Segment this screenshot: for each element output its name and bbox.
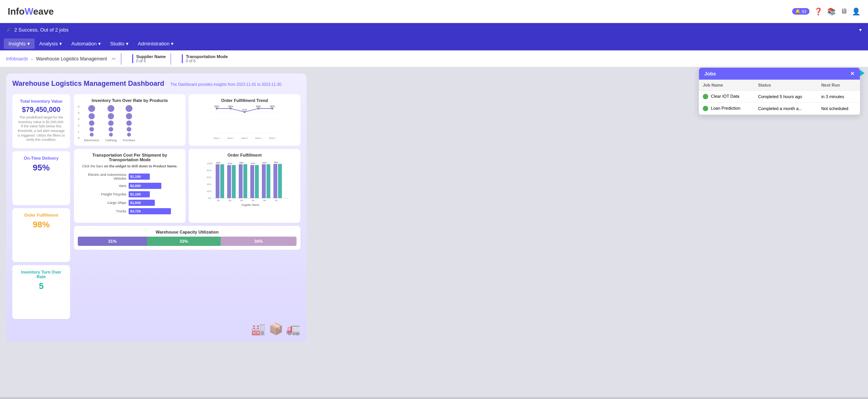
bar-label-4: Cargo Ships (80, 201, 126, 205)
svg-text:98%: 98% (262, 162, 266, 164)
monitor-button[interactable]: 🖥 (840, 7, 847, 15)
library-button[interactable]: 📚 (827, 7, 836, 16)
filter-supplier-label: Supplier Name (136, 54, 166, 59)
filter-transport[interactable]: Transportation Mode 0 of 6 (182, 54, 228, 63)
help-button[interactable]: ❓ (814, 7, 823, 16)
bubble-y-axis: 5 4 3 2 1 0 (78, 105, 81, 140)
metric-inventory-title: Total Inventory Value (17, 99, 65, 104)
nav-insights-arrow: ▾ (27, 41, 30, 47)
nav-automation[interactable]: Automation ▾ (67, 38, 106, 49)
trend-svg: 98% 98% 97% 98% 98% Week 1 Week 2 Week 3… (193, 105, 297, 140)
transport-title: Transportation Cost Per Shipment by Tran… (78, 153, 182, 162)
bar-label-1: Electric and Autonomous Vehicles (80, 173, 126, 180)
breadcrumb-root[interactable]: Infoboards (6, 56, 28, 62)
fulfillment-trend-card[interactable]: Order Fulfillment Trend (189, 94, 300, 146)
center-charts: Inventory Turn Over Rate by Products 5 4… (74, 94, 300, 319)
bubble-c4 (108, 113, 114, 119)
dashboard-header: Warehouse Logistics Management Dashboard… (12, 80, 300, 91)
svg-text:97%: 97% (251, 162, 255, 165)
svg-text:40%: 40% (207, 183, 212, 185)
nav-automation-arrow: ▾ (98, 41, 101, 47)
bubble-f1 (127, 133, 131, 137)
bar-fill-1: $1,190 (129, 174, 150, 180)
app-logo: InfoWeave (8, 6, 54, 17)
top-bar: InfoWeave 🔔 93 ❓ 📚 🖥 👤 (0, 0, 868, 23)
nav-studio-arrow: ▾ (126, 41, 129, 47)
metrics-column: Total Inventory Value $79,450,000 The pr… (12, 94, 70, 319)
metric-ontime-title: On-Time Delivery (17, 156, 65, 160)
linked-jobs-popup: Jobs ✕ Job Name Status Next Run Clear IO… (699, 67, 860, 115)
bell-icon: 🔔 (795, 9, 801, 14)
breadcrumb-bar: Infoboards › Warehouse Logistics Managem… (0, 50, 868, 67)
jobs-table: Job Name Status Next Run Clear IOT Data … (699, 80, 860, 115)
bubble-columns: Electronics Clothing (84, 105, 135, 142)
edit-icon[interactable]: ✏ (112, 56, 116, 62)
bar-fill-5: $4,720 (129, 208, 171, 214)
nav-automation-label: Automation (71, 41, 97, 47)
bar-label-5: Trucks (80, 209, 126, 213)
filter-transport-label: Transportation Mode (186, 54, 228, 59)
bubble-col-clothing: Clothing (106, 105, 117, 142)
nav-studio-label: Studio (110, 41, 124, 47)
bubble-col-furniture: Furniture (123, 105, 135, 142)
metric-fulfillment-value: 98% (17, 220, 65, 230)
bubble-c2 (109, 127, 113, 132)
order-fulfillment-card[interactable]: Order Fulfillment 100% 80% 60% 40% 20% 0… (189, 149, 300, 223)
success-text: 2 Success, Out of 2 jobs (14, 27, 69, 33)
bubble-e5 (88, 105, 95, 112)
nav-analysis-arrow: ▾ (59, 41, 62, 47)
job2-next: Not scheduled (818, 103, 860, 115)
bell-badge[interactable]: 🔔 93 (792, 8, 809, 15)
bar-row-4: Cargo Ships $1,845 (80, 200, 179, 206)
jobs-header-close[interactable]: ✕ (850, 71, 855, 77)
capacity-title: Warehouse Capacity Utilization (78, 230, 297, 234)
nav-insights[interactable]: Insights ▾ (4, 38, 35, 49)
bubble-f2 (127, 127, 131, 132)
scrollbar[interactable] (0, 397, 868, 399)
svg-rect-52 (278, 164, 282, 198)
svg-text:2%: 2% (228, 199, 231, 202)
bubble-c3 (108, 120, 114, 126)
svg-text:Week 5: Week 5 (269, 137, 276, 139)
svg-text:2%: 2% (240, 199, 243, 202)
nav-administration-arrow: ▾ (171, 41, 174, 47)
nav-administration[interactable]: Administration ▾ (133, 38, 178, 49)
nav-analysis[interactable]: Analysis ▾ (35, 38, 67, 49)
metric-inventory-desc: The predefined target for the inventory … (17, 115, 65, 142)
warehouse-illustration: 🏭 📦 🚛 (251, 322, 300, 336)
svg-text:97%: 97% (242, 109, 247, 111)
filter-supplier[interactable]: Supplier Name 0 of 6 (132, 54, 166, 63)
dashboard-panel: Warehouse Logistics Management Dashboard… (6, 73, 307, 342)
user-button[interactable]: 👤 (852, 7, 860, 16)
bar-row-2: Vans $2,680 (80, 183, 179, 189)
main-content: Jobs ✕ Job Name Status Next Run Clear IO… (0, 67, 868, 397)
bar-row-3: Freight Tricycles $1,180 (80, 191, 179, 197)
svg-text:99%: 99% (274, 161, 278, 164)
svg-rect-31 (216, 164, 220, 198)
job1-status: Completed 5 hours ago (754, 91, 818, 103)
metric-fulfillment-title: Order Fulfillment (17, 213, 65, 217)
bubble-label-e: Electronics (84, 139, 99, 142)
metric-total-inventory: Total Inventory Value $79,450,000 The pr… (12, 94, 70, 148)
dashboard-title: Warehouse Logistics Management Dashboard (12, 80, 164, 88)
metric-turnover-title: Inventory Turn Over Rate (17, 270, 65, 279)
capacity-card[interactable]: Warehouse Capacity Utilization 31% 33% 3… (74, 226, 300, 250)
bubble-chart-card[interactable]: Inventory Turn Over Rate by Products 5 4… (74, 94, 186, 146)
svg-text:98%: 98% (228, 105, 233, 108)
transport-cost-card[interactable]: Transportation Cost Per Shipment by Tran… (74, 149, 186, 223)
svg-text:0%: 0% (208, 197, 211, 199)
svg-text:100%: 100% (207, 162, 213, 165)
top-icons-area: 🔔 93 ❓ 📚 🖥 👤 (792, 7, 860, 16)
svg-text:Week 1: Week 1 (214, 137, 220, 139)
svg-text:Week 2: Week 2 (228, 137, 234, 139)
bubble-chart-title: Inventory Turn Over Rate by Products (78, 98, 182, 103)
bubble-f3 (126, 120, 132, 126)
breadcrumb-current: Warehouse Logistics Management (36, 56, 107, 62)
metric-ontime: On-Time Delivery 95% (12, 151, 70, 205)
success-banner[interactable]: ✓ 2 Success, Out of 2 jobs ▾ (0, 23, 868, 37)
nav-studio[interactable]: Studio ▾ (106, 38, 133, 49)
filter-separator-2 (171, 53, 171, 65)
breadcrumb-sep: › (31, 56, 33, 62)
svg-rect-43 (250, 165, 254, 198)
nav-administration-label: Administration (138, 41, 169, 47)
